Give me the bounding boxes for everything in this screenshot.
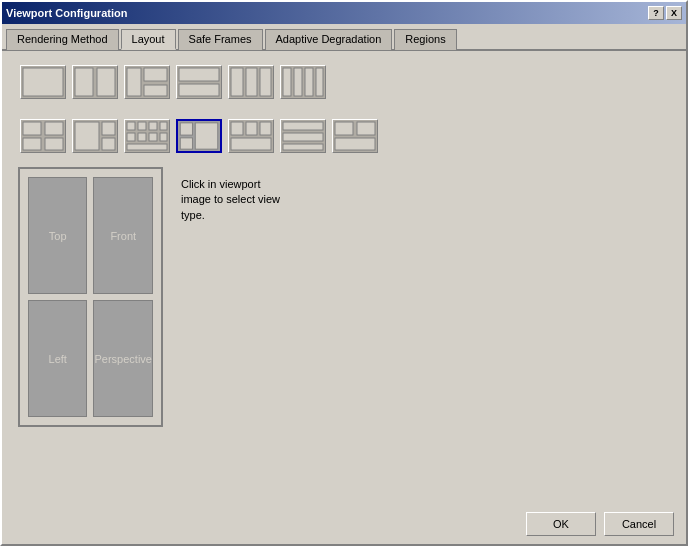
svg-rect-13 xyxy=(305,68,313,96)
svg-rect-11 xyxy=(283,68,291,96)
svg-rect-0 xyxy=(23,68,63,96)
buttons-row: OK Cancel xyxy=(2,504,686,544)
main-content-row: Top Front Left Perspective Click in view… xyxy=(10,167,678,496)
svg-rect-37 xyxy=(231,138,271,150)
close-button[interactable]: X xyxy=(666,6,682,20)
layout-icon-three-bottom[interactable] xyxy=(228,119,274,153)
svg-rect-42 xyxy=(357,122,375,135)
viewport-cell-perspective[interactable]: Perspective xyxy=(93,300,152,417)
dialog-title: Viewport Configuration xyxy=(6,7,127,19)
viewport-cell-front[interactable]: Front xyxy=(93,177,152,294)
svg-rect-18 xyxy=(45,138,63,150)
title-bar-buttons: ? X xyxy=(648,6,682,20)
svg-rect-39 xyxy=(283,133,323,141)
ok-button[interactable]: OK xyxy=(526,512,596,536)
layout-icon-two-vert[interactable] xyxy=(72,65,118,99)
layout-icon-three-left[interactable] xyxy=(124,65,170,99)
content-area: Top Front Left Perspective Click in view… xyxy=(2,51,686,504)
hint-text: Click in viewportimage to select viewtyp… xyxy=(171,177,678,223)
svg-rect-8 xyxy=(231,68,243,96)
svg-rect-30 xyxy=(127,144,167,150)
svg-rect-28 xyxy=(149,133,157,141)
tab-safe-frames[interactable]: Safe Frames xyxy=(178,29,263,50)
layout-icon-three-top[interactable] xyxy=(228,65,274,99)
svg-rect-12 xyxy=(294,68,302,96)
svg-rect-38 xyxy=(283,122,323,130)
viewport-cell-left[interactable]: Left xyxy=(28,300,87,417)
svg-rect-9 xyxy=(246,68,257,96)
help-button[interactable]: ? xyxy=(648,6,664,20)
svg-rect-41 xyxy=(335,122,353,135)
svg-rect-31 xyxy=(180,123,192,135)
layout-icon-four-vert[interactable] xyxy=(280,65,326,99)
viewport-preview-area: Top Front Left Perspective xyxy=(18,167,163,427)
svg-rect-43 xyxy=(335,138,375,150)
layout-icon-large-left[interactable] xyxy=(72,119,118,153)
svg-rect-5 xyxy=(144,85,167,96)
tab-adaptive-degradation[interactable]: Adaptive Degradation xyxy=(265,29,393,50)
layout-icon-two-right[interactable] xyxy=(332,119,378,153)
svg-rect-35 xyxy=(246,122,257,135)
tab-regions[interactable]: Regions xyxy=(394,29,456,50)
svg-rect-1 xyxy=(75,68,93,96)
layout-icon-large-right[interactable] xyxy=(176,119,222,153)
svg-rect-20 xyxy=(102,122,115,135)
tabs-container: Rendering Method Layout Safe Frames Adap… xyxy=(2,24,686,51)
svg-rect-25 xyxy=(160,122,167,130)
svg-rect-6 xyxy=(179,68,219,81)
svg-rect-29 xyxy=(160,133,167,141)
svg-rect-27 xyxy=(138,133,146,141)
svg-rect-10 xyxy=(260,68,271,96)
layout-icons-row-2 xyxy=(10,113,678,159)
svg-rect-4 xyxy=(144,68,167,81)
title-bar: Viewport Configuration ? X xyxy=(2,2,686,24)
svg-rect-15 xyxy=(23,122,41,135)
svg-rect-24 xyxy=(149,122,157,130)
svg-rect-26 xyxy=(127,133,135,141)
viewport-configuration-dialog: Viewport Configuration ? X Rendering Met… xyxy=(0,0,688,546)
svg-rect-33 xyxy=(195,123,218,149)
svg-rect-34 xyxy=(231,122,243,135)
cancel-button[interactable]: Cancel xyxy=(604,512,674,536)
svg-rect-32 xyxy=(180,138,192,149)
svg-rect-17 xyxy=(23,138,41,150)
svg-rect-23 xyxy=(138,122,146,130)
svg-rect-21 xyxy=(102,138,115,150)
layout-icon-grid[interactable] xyxy=(124,119,170,153)
svg-rect-22 xyxy=(127,122,135,130)
viewport-cell-top[interactable]: Top xyxy=(28,177,87,294)
svg-rect-16 xyxy=(45,122,63,135)
layout-icon-single[interactable] xyxy=(20,65,66,99)
svg-rect-2 xyxy=(97,68,115,96)
tab-rendering-method[interactable]: Rendering Method xyxy=(6,29,119,50)
layout-icon-quad[interactable] xyxy=(20,119,66,153)
layout-icon-two-horiz[interactable] xyxy=(176,65,222,99)
svg-rect-14 xyxy=(316,68,323,96)
svg-rect-7 xyxy=(179,84,219,96)
svg-rect-36 xyxy=(260,122,271,135)
layout-icon-three-alt[interactable] xyxy=(280,119,326,153)
svg-rect-19 xyxy=(75,122,99,150)
svg-rect-3 xyxy=(127,68,141,96)
layout-icons-row-1 xyxy=(10,59,678,105)
tab-layout[interactable]: Layout xyxy=(121,29,176,50)
svg-rect-40 xyxy=(283,144,323,150)
